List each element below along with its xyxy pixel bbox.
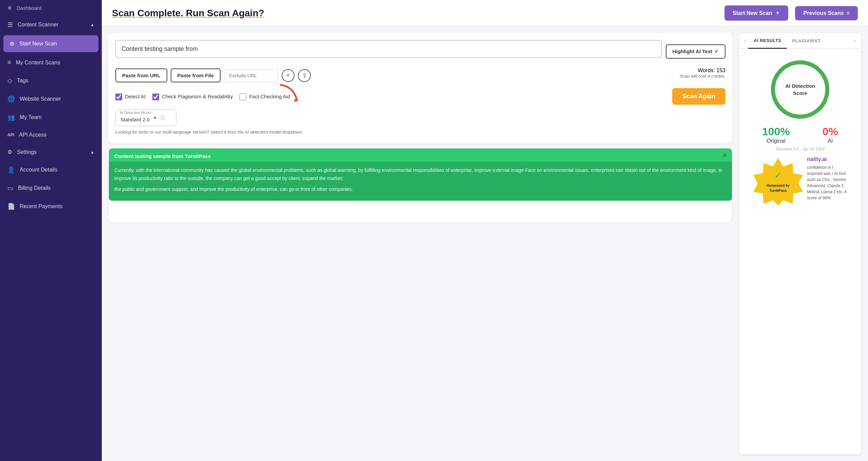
tag-icon: ◇ — [7, 77, 12, 84]
model-select-row: AI Detection Model Standard 2.0 ▼ ⓘ — [115, 109, 725, 126]
scan-again-button[interactable]: Scan Again — [672, 88, 725, 105]
exclude-url-input[interactable] — [224, 69, 278, 82]
hint-text: Looking for turbo or our multi-language … — [115, 129, 725, 135]
credits-cost: Scan will cost 4 credits. — [680, 74, 725, 79]
sidebar: ⊕ Dashboard ☰ Content Scanner ▲ ⊕ Start … — [0, 0, 102, 461]
red-arrow-icon — [277, 81, 304, 105]
api-icon: API — [7, 133, 14, 137]
sidebar-item-settings[interactable]: ⚙ Settings ▲ — [0, 143, 102, 161]
globe-icon: 🌐 — [7, 95, 15, 103]
info-icon: ⓘ — [161, 115, 165, 121]
checkmark-icon: ✓ — [714, 48, 719, 55]
sidebar-item-my-content-scans[interactable]: ≡ My Content Scans — [0, 54, 102, 72]
sidebar-item-label: Website Scanner — [20, 96, 61, 102]
billing-icon: ▭ — [7, 184, 13, 192]
previous-scans-button[interactable]: Previous Scans ≡ — [795, 6, 858, 20]
chevron-up-icon: ▲ — [90, 22, 94, 27]
sidebar-item-label: Tags — [17, 78, 29, 84]
content-paragraph-1: Currently, with the international commun… — [114, 166, 727, 183]
model-select[interactable]: AI Detection Model Standard 2.0 ▼ ⓘ — [115, 109, 176, 126]
sidebar-item-billing-details[interactable]: ▭ Billing Details — [0, 179, 102, 197]
paste-from-url-button[interactable]: Paste from URL — [115, 68, 167, 82]
toolbar-row: Paste from URL Paste from File + ⇪ Words… — [115, 67, 725, 83]
brand-confidence-block: nality.ai confidence in t scanned was r … — [807, 156, 848, 201]
content-body: Currently, with the international commun… — [109, 162, 732, 201]
stamp-badge-svg: ✓ Humanized by TurnItPass — [753, 156, 804, 207]
tabs-container: AI RESULTS PLAGIARIST — [748, 33, 852, 48]
brand-name: nality.ai — [807, 156, 848, 162]
check-plagiarism-checkbox[interactable] — [152, 94, 159, 100]
svg-marker-0 — [294, 98, 299, 102]
tab-left-arrow[interactable]: ‹ — [742, 34, 748, 47]
scan-input-card: Highlight AI Text ✓ Paste from URL Paste… — [109, 33, 732, 143]
highlight-label: Highlight AI Text — [673, 48, 713, 54]
score-circle-area: AI Detection Score 100% Original 0% AI S… — [739, 49, 861, 217]
model-date: Standard 2.0 - Apr 20 2024 — [776, 147, 825, 152]
content-text-title: Content testing sample from TurnItPass — [109, 148, 732, 162]
svg-text:✓: ✓ — [774, 170, 782, 180]
plus-circle-icon: ⊕ — [10, 40, 15, 47]
content-text-header: Content testing sample from TurnItPass ✕ — [109, 148, 732, 162]
share-icon: ⇪ — [302, 72, 307, 79]
sidebar-section-content-scanner[interactable]: ☰ Content Scanner ▲ — [0, 16, 102, 34]
svg-text:TurnItPass: TurnItPass — [770, 189, 787, 193]
sidebar-item-my-team[interactable]: 👥 My Team — [0, 108, 102, 126]
page-title: Scan Complete. Run Scan Again? — [112, 8, 718, 19]
menu-icon: ☰ — [7, 21, 13, 28]
check-plagiarism-label: Check Plagiarism & Readability — [162, 93, 233, 100]
sidebar-item-label: Account Details — [20, 167, 57, 173]
ai-detection-circle: AI Detection Score — [770, 59, 831, 120]
sidebar-item-start-new-scan[interactable]: ⊕ Start New Scan — [3, 35, 98, 52]
tab-ai-results[interactable]: AI RESULTS — [748, 33, 787, 49]
detect-ai-checkbox[interactable] — [115, 94, 122, 100]
account-icon: 👤 — [7, 166, 15, 174]
words-count: Words: 153 — [680, 67, 725, 74]
tab-plagiarism[interactable]: PLAGIARIST — [787, 34, 826, 48]
detect-ai-label: Detect AI — [125, 93, 146, 100]
highlight-ai-text-button[interactable]: Highlight AI Text ✓ — [666, 44, 726, 59]
dashboard-icon: ⊕ — [7, 5, 12, 11]
paste-url-label: Paste from URL — [122, 73, 161, 78]
results-tabs: ‹ AI RESULTS PLAGIARIST › — [739, 33, 861, 49]
sidebar-item-recent-payments[interactable]: 📄 Recent Payments — [0, 197, 102, 216]
words-credits-info: Words: 153 Scan will cost 4 credits. — [680, 67, 725, 83]
plus-icon: ＋ — [775, 9, 780, 17]
sidebar-item-label: My Content Scans — [16, 60, 60, 66]
content-text-area: Content testing sample from TurnItPass ✕… — [109, 148, 732, 223]
humanized-stamp: ✓ Humanized by TurnItPass — [753, 156, 804, 208]
tab-right-arrow[interactable]: › — [852, 34, 858, 47]
svg-text:Humanized by: Humanized by — [767, 184, 790, 187]
sidebar-item-website-scanner[interactable]: 🌐 Website Scanner — [0, 90, 102, 108]
sidebar-section-title: Content Scanner — [18, 22, 58, 28]
share-button[interactable]: ⇪ — [298, 69, 311, 82]
sidebar-item-label: Billing Details — [18, 185, 51, 191]
fact-checking-checkbox[interactable] — [240, 94, 246, 100]
model-select-label: AI Detection Model — [120, 111, 151, 115]
scan-again-label: Scan Again — [682, 93, 715, 100]
content-title-input[interactable] — [115, 40, 662, 58]
content-paragraph-2: the public and government support, and i… — [114, 185, 727, 194]
ai-percentage: 0% — [823, 125, 838, 138]
paste-from-file-button[interactable]: Paste from File — [171, 68, 221, 82]
left-panel: Highlight AI Text ✓ Paste from URL Paste… — [109, 33, 732, 454]
detect-ai-option: Detect AI — [115, 93, 146, 100]
ai-label: AI — [823, 138, 838, 144]
sidebar-item-tags[interactable]: ◇ Tags — [0, 72, 102, 90]
stamp-brand-row: ✓ Humanized by TurnItPass nality.ai conf… — [753, 156, 848, 208]
sidebar-item-label: Settings — [17, 149, 37, 155]
list-icon: ≡ — [7, 59, 11, 66]
sidebar-item-label: Recent Payments — [20, 203, 62, 209]
stamp-area: ✓ Humanized by TurnItPass nality.ai conf… — [746, 156, 854, 213]
start-new-scan-button[interactable]: Start New Scan ＋ — [724, 5, 788, 21]
circle-label: AI Detection Score — [785, 82, 815, 97]
main-area: Scan Complete. Run Scan Again? Start New… — [102, 0, 868, 461]
check-plagiarism-option: Check Plagiarism & Readability — [152, 93, 233, 100]
sidebar-item-label: My Team — [20, 114, 42, 120]
dropdown-arrow-icon: ▼ — [153, 116, 157, 120]
content-close-button[interactable]: ✕ — [722, 152, 727, 159]
sidebar-item-label: API Access — [19, 132, 46, 138]
add-button[interactable]: + — [282, 69, 295, 82]
sidebar-item-dashboard[interactable]: ⊕ Dashboard — [0, 0, 102, 16]
sidebar-item-account-details[interactable]: 👤 Account Details — [0, 161, 102, 179]
sidebar-item-api-access[interactable]: API API Access — [0, 126, 102, 143]
